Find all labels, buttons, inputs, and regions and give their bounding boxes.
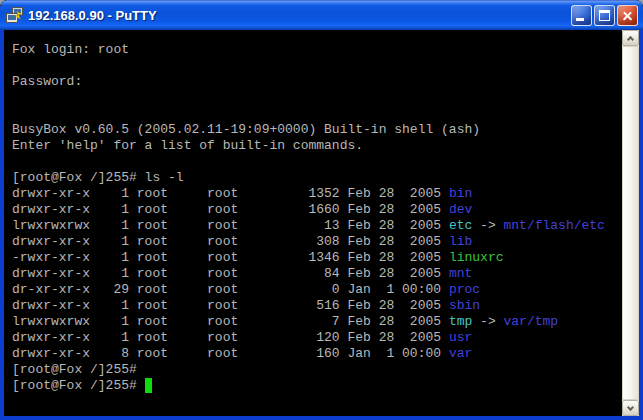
terminal-text-segment: var [449,346,472,361]
terminal-line [12,154,622,170]
terminal-line: BusyBox v0.60.5 (2005.02.11-19:09+0000) … [12,122,622,138]
terminal-text-segment: lrwxrwxrwx 1 root root 7 Feb 28 2005 [12,314,449,329]
terminal-text-segment: linuxrc [449,250,504,265]
terminal-line: -rwxr-xr-x 1 root root 1346 Feb 28 2005 … [12,250,622,266]
terminal-line: [root@Fox /]255# ls -l [12,170,622,186]
terminal-text-segment: -rwxr-xr-x 1 root root 1346 Feb 28 2005 [12,250,449,265]
terminal-text-segment: tmp [449,314,472,329]
minimize-icon [576,18,584,21]
terminal-text-segment: BusyBox v0.60.5 (2005.02.11-19:09+0000) … [12,122,480,137]
terminal-line: drwxr-xr-x 1 root root 516 Feb 28 2005 s… [12,298,622,314]
terminal-text-segment: lib [449,234,472,249]
terminal-text-segment: drwxr-xr-x 1 root root 308 Feb 28 2005 [12,234,449,249]
terminal-text-segment: drwxr-xr-x 1 root root 1660 Feb 28 2005 [12,202,449,217]
terminal-screen[interactable]: Fox login: rootPassword:BusyBox v0.60.5 … [4,30,622,416]
titlebar[interactable]: 192.168.0.90 - PuTTY [0,0,643,30]
terminal-cursor [145,378,153,393]
chevron-down-icon [627,403,634,410]
terminal-text-segment: -> [472,218,503,233]
terminal-text-segment: drwxr-xr-x 1 root root 1352 Feb 28 2005 [12,186,449,201]
terminal-text-segment: -> [472,314,503,329]
scroll-thumb[interactable] [622,46,639,400]
terminal-text-segment: drwxr-xr-x 1 root root 120 Feb 28 2005 [12,330,449,345]
terminal-line: drwxr-xr-x 8 root root 160 Jan 1 00:00 v… [12,346,622,362]
terminal-text-segment: Fox login: root [12,42,129,57]
terminal-line: Enter 'help' for a list of built-in comm… [12,138,622,154]
chevron-up-icon [627,35,634,42]
putty-window: 192.168.0.90 - PuTTY Fox login: rootPass… [0,0,643,420]
scroll-up-button[interactable] [622,30,639,46]
terminal-line [12,90,622,106]
terminal-text-segment: usr [449,330,472,345]
terminal-text-segment: dev [449,202,472,217]
terminal-text-segment: mnt/flash/etc [504,218,605,233]
terminal-line: drwxr-xr-x 1 root root 120 Feb 28 2005 u… [12,330,622,346]
terminal-line [12,58,622,74]
maximize-button[interactable] [594,5,615,26]
terminal-line: drwxr-xr-x 1 root root 308 Feb 28 2005 l… [12,234,622,250]
putty-terminals-icon[interactable] [6,7,23,24]
terminal-text-segment: Password: [12,74,82,89]
terminal-text-segment: [root@Fox /]255# [12,362,137,377]
window-controls [571,5,638,26]
terminal-text-segment: drwxr-xr-x 1 root root 84 Feb 28 2005 [12,266,449,281]
scroll-down-button[interactable] [622,400,639,416]
terminal-text-segment: sbin [449,298,480,313]
terminal-line: lrwxrwxrwx 1 root root 7 Feb 28 2005 tmp… [12,314,622,330]
terminal-line: drwxr-xr-x 1 root root 1352 Feb 28 2005 … [12,186,622,202]
terminal-text-segment: drwxr-xr-x 8 root root 160 Jan 1 00:00 [12,346,449,361]
terminal-line: drwxr-xr-x 1 root root 1660 Feb 28 2005 … [12,202,622,218]
minimize-button[interactable] [571,5,592,26]
maximize-icon [599,10,610,21]
terminal-text-segment: dr-xr-xr-x 29 root root 0 Jan 1 00:00 [12,282,449,297]
window-frame: Fox login: rootPassword:BusyBox v0.60.5 … [0,30,643,420]
terminal-text-segment: drwxr-xr-x 1 root root 516 Feb 28 2005 [12,298,449,313]
terminal-line: Password: [12,74,622,90]
window-title: 192.168.0.90 - PuTTY [28,8,571,23]
terminal-line: lrwxrwxrwx 1 root root 13 Feb 28 2005 et… [12,218,622,234]
terminal-line: [root@Fox /]255# [12,362,622,378]
terminal-line [12,106,622,122]
terminal-text-segment: [root@Fox /]255# [12,378,145,393]
scrollbar[interactable] [622,30,639,416]
terminal-line: drwxr-xr-x 1 root root 84 Feb 28 2005 mn… [12,266,622,282]
terminal-text-segment: Enter 'help' for a list of built-in comm… [12,138,363,153]
terminal-text-segment: bin [449,186,472,201]
terminal-line: [root@Fox /]255# [12,378,622,394]
terminal-lines: Fox login: rootPassword:BusyBox v0.60.5 … [12,42,622,394]
terminal-text-segment: etc [449,218,472,233]
terminal-text-segment: [root@Fox /]255# ls -l [12,170,184,185]
terminal-line: dr-xr-xr-x 29 root root 0 Jan 1 00:00 pr… [12,282,622,298]
terminal-text-segment: var/tmp [504,314,559,329]
terminal-text-segment: lrwxrwxrwx 1 root root 13 Feb 28 2005 [12,218,449,233]
terminal-line: Fox login: root [12,42,622,58]
close-button[interactable] [617,5,638,26]
terminal-text-segment: mnt [449,266,472,281]
terminal-text-segment: proc [449,282,480,297]
